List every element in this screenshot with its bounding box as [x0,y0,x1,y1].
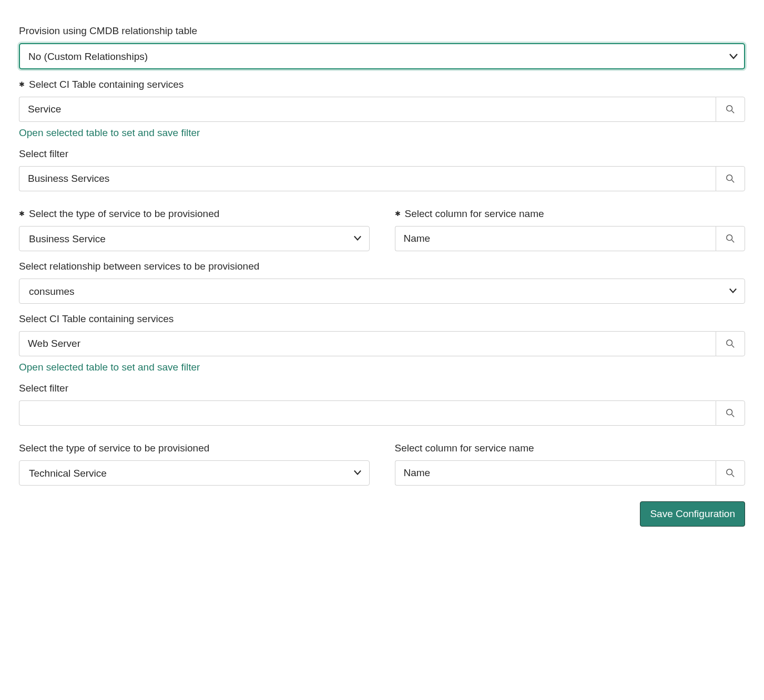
service-name-col-1-input[interactable] [395,226,716,251]
open-table-filter-link-1[interactable]: Open selected table to set and save filt… [19,127,200,139]
filter-2-search-button[interactable] [716,400,745,426]
provision-cmdb-select[interactable]: No (Custom Relationships) [19,43,745,69]
service-type-2-label: Select the type of service to be provisi… [19,442,370,454]
svg-point-10 [727,469,732,475]
filter-1-search-button[interactable] [716,166,745,191]
filter-2-input[interactable] [19,400,716,426]
ci-table-2-input[interactable] [19,331,716,356]
svg-point-2 [727,175,732,181]
search-icon [726,468,735,478]
search-icon [726,408,735,418]
service-name-col-1-search-button[interactable] [716,226,745,251]
ci-table-1-input[interactable] [19,97,716,122]
svg-line-1 [732,111,735,114]
svg-line-7 [732,345,735,348]
ci-table-2-label: Select CI Table containing services [19,313,745,325]
svg-point-6 [727,340,732,346]
search-icon [726,234,735,243]
ci-table-1-search-button[interactable] [716,97,745,122]
relationship-label: Select relationship between services to … [19,261,745,272]
svg-line-9 [732,415,735,417]
service-type-2-select[interactable]: Technical Service [19,460,370,486]
service-name-col-1-label: Select column for service name [395,208,746,220]
svg-point-8 [727,409,732,415]
service-type-1-select[interactable]: Business Service [19,226,370,251]
svg-line-11 [732,475,735,477]
svg-line-5 [732,240,735,243]
filter-1-input[interactable] [19,166,716,191]
service-type-1-label: Select the type of service to be provisi… [19,208,370,220]
search-icon [726,174,735,183]
open-table-filter-link-2[interactable]: Open selected table to set and save filt… [19,362,200,373]
save-configuration-button[interactable]: Save Configuration [640,501,745,527]
svg-line-3 [732,180,735,183]
relationship-select[interactable]: consumes [19,279,745,304]
service-name-col-2-input[interactable] [395,460,716,486]
provision-cmdb-label: Provision using CMDB relationship table [19,25,745,37]
search-icon [726,339,735,348]
svg-point-4 [727,235,732,241]
search-icon [726,105,735,114]
filter-1-label: Select filter [19,148,745,160]
svg-point-0 [727,106,732,111]
ci-table-2-search-button[interactable] [716,331,745,356]
ci-table-1-label: Select CI Table containing services [19,79,745,90]
service-name-col-2-label: Select column for service name [395,442,746,454]
filter-2-label: Select filter [19,383,745,394]
service-name-col-2-search-button[interactable] [716,460,745,486]
